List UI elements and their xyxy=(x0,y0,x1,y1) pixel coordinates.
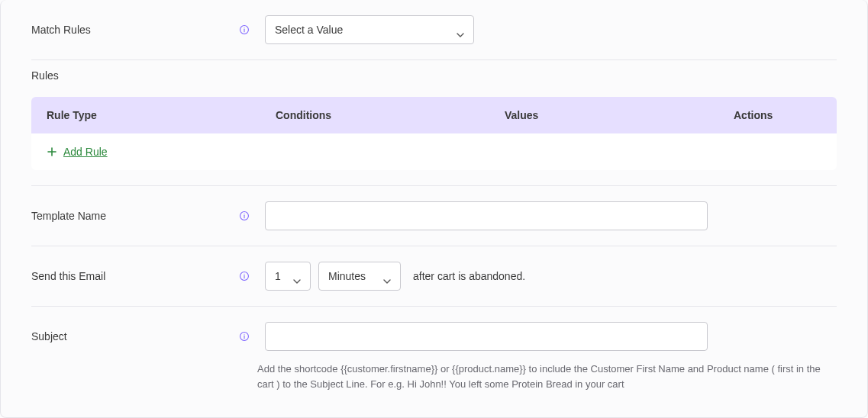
send-delay-unit-value: Minutes xyxy=(328,270,366,282)
send-email-controls: 1 Minutes after cart is abandoned. xyxy=(239,262,525,291)
info-icon-wrap xyxy=(239,24,257,35)
col-header-conditions: Conditions xyxy=(276,109,505,121)
send-delay-number-value: 1 xyxy=(275,270,281,282)
match-rules-label: Match Rules xyxy=(31,24,239,36)
subject-controls xyxy=(239,322,708,351)
info-icon[interactable] xyxy=(239,271,250,281)
svg-point-5 xyxy=(244,214,244,214)
subject-row: Subject xyxy=(31,322,837,351)
template-name-controls xyxy=(239,201,708,230)
info-icon[interactable] xyxy=(239,211,250,221)
match-rules-row: Match Rules Select a Value xyxy=(1,0,867,59)
match-rules-controls: Select a Value xyxy=(239,15,474,44)
add-rule-label: Add Rule xyxy=(63,146,108,158)
help-spacer-icon xyxy=(239,362,257,392)
subject-input[interactable] xyxy=(265,322,708,351)
template-name-row: Template Name xyxy=(1,186,867,246)
info-icon-wrap xyxy=(239,331,257,342)
svg-point-2 xyxy=(244,27,244,28)
rules-table: Rule Type Conditions Values Actions Add … xyxy=(31,97,837,170)
form-panel: Match Rules Select a Value Rules xyxy=(0,0,868,418)
rules-body-row: Add Rule xyxy=(31,133,837,170)
send-delay-unit-select[interactable]: Minutes xyxy=(318,262,401,291)
col-header-values: Values xyxy=(505,109,734,121)
info-icon-wrap xyxy=(239,271,257,281)
send-delay-after-text: after cart is abandoned. xyxy=(413,270,525,282)
svg-point-11 xyxy=(244,334,244,335)
spacer xyxy=(1,170,867,185)
subject-help-wrap: Add the shortcode {{customer.firstname}}… xyxy=(1,362,867,407)
match-rules-select-value: Select a Value xyxy=(275,24,343,36)
subject-label: Subject xyxy=(31,330,239,342)
add-rule-button[interactable]: Add Rule xyxy=(47,146,108,158)
match-rules-select[interactable]: Select a Value xyxy=(265,15,474,44)
plus-icon xyxy=(47,146,57,157)
send-email-label: Send this Email xyxy=(31,270,239,282)
chevron-down-icon xyxy=(383,274,391,278)
chevron-down-icon xyxy=(293,274,301,278)
send-email-row: Send this Email 1 Minutes xyxy=(1,246,867,306)
rules-heading: Rules xyxy=(1,60,867,97)
chevron-down-icon xyxy=(457,27,464,32)
subject-section: Subject xyxy=(1,307,867,362)
subject-help-text: Add the shortcode {{customer.firstname}}… xyxy=(257,362,837,392)
send-delay-number-select[interactable]: 1 xyxy=(265,262,311,291)
info-icon[interactable] xyxy=(239,331,250,342)
help-spacer xyxy=(31,362,239,392)
info-icon[interactable] xyxy=(239,24,250,35)
rules-header-row: Rule Type Conditions Values Actions xyxy=(31,97,837,133)
template-name-input[interactable] xyxy=(265,201,708,230)
template-name-label: Template Name xyxy=(31,210,239,222)
col-header-type: Rule Type xyxy=(47,109,276,121)
info-icon-wrap xyxy=(239,211,257,221)
svg-point-8 xyxy=(244,274,244,275)
col-header-actions: Actions xyxy=(734,109,821,121)
